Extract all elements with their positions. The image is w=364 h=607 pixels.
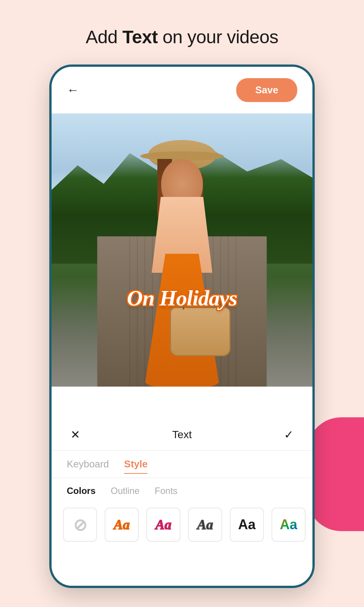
close-button[interactable]: ✕ [71,428,80,441]
color-option-dark-outline[interactable]: Aa [188,508,222,542]
color-option-pink-outline[interactable]: Aa [146,508,180,542]
title-prefix: Add [86,27,122,47]
page-title: Add Text on your videos [0,0,364,47]
decorative-shape [307,417,364,531]
photo-scene: On Holidays [52,113,312,387]
subtab-outline[interactable]: Outline [111,486,140,496]
aa-label: Aa [114,517,130,533]
subtab-colors[interactable]: Colors [67,486,96,496]
back-button[interactable]: ← [67,83,79,97]
person-area [125,159,239,387]
tab-style[interactable]: Style [124,458,147,474]
bag [170,307,231,356]
header-bar: ← Save [52,67,312,113]
save-button[interactable]: Save [236,78,297,102]
title-suffix: on your videos [158,27,278,47]
color-option-multicolor[interactable]: Aa [271,508,306,542]
color-option-orange-outline[interactable]: Aa [105,508,139,542]
aa-label: Aa [197,517,213,533]
phone-mockup: ← Save On Holidays [49,64,315,588]
sub-tabs: Colors Outline Fonts [52,478,312,500]
color-option-black[interactable]: Aa [230,508,264,542]
confirm-button[interactable]: ✓ [284,428,293,441]
no-color-icon: ⊘ [73,515,87,535]
color-options-row: ⊘ Aa Aa Aa Aa Aa Aa Aa [52,500,312,549]
tab-keyboard[interactable]: Keyboard [67,458,109,474]
aa-label: Aa [280,517,297,533]
text-toolbar: ✕ Text ✓ [52,419,312,451]
aa-label: Aa [238,517,256,533]
title-bold: Text [122,27,158,47]
bottom-panel: ✕ Text ✓ Keyboard Style Colors Outline F… [52,419,312,586]
subtab-fonts[interactable]: Fonts [155,486,177,496]
text-overlay[interactable]: On Holidays [127,285,237,311]
aa-label: Aa [155,517,171,533]
toolbar-title: Text [172,429,191,441]
video-area: On Holidays [52,113,312,387]
main-tabs: Keyboard Style [52,451,312,478]
color-option-none[interactable]: ⊘ [63,508,97,542]
